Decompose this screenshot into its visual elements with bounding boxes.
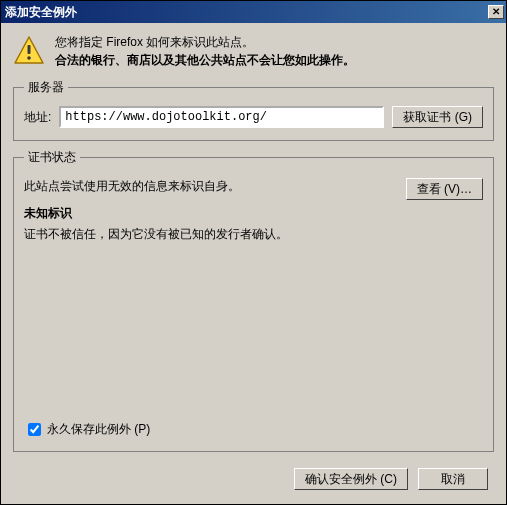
- address-input[interactable]: [59, 106, 384, 128]
- close-icon[interactable]: ✕: [488, 5, 504, 19]
- server-row: 地址: 获取证书 (G): [24, 106, 483, 128]
- warning-icon: [13, 35, 45, 67]
- cert-status-fieldset: 证书状态 查看 (V)… 此站点尝试使用无效的信息来标识自身。 未知标识 证书不…: [13, 149, 494, 452]
- dialog-window: 添加安全例外 ✕ 您将指定 Firefox 如何来标识此站点。 合法的银行、商店…: [0, 0, 507, 505]
- cancel-button[interactable]: 取消: [418, 468, 488, 490]
- view-certificate-button[interactable]: 查看 (V)…: [406, 178, 483, 200]
- window-title: 添加安全例外: [5, 4, 488, 21]
- get-certificate-button[interactable]: 获取证书 (G): [392, 106, 483, 128]
- header-text: 您将指定 Firefox 如何来标识此站点。 合法的银行、商店以及其他公共站点不…: [55, 33, 494, 69]
- dialog-content: 您将指定 Firefox 如何来标识此站点。 合法的银行、商店以及其他公共站点不…: [1, 23, 506, 504]
- permanently-store-checkbox[interactable]: [28, 423, 41, 436]
- server-fieldset: 服务器 地址: 获取证书 (G): [13, 79, 494, 141]
- confirm-exception-button[interactable]: 确认安全例外 (C): [294, 468, 408, 490]
- unknown-identity-heading: 未知标识: [24, 205, 483, 222]
- svg-point-2: [27, 56, 31, 60]
- unknown-identity-desc: 证书不被信任，因为它没有被已知的发行者确认。: [24, 226, 483, 243]
- dialog-footer: 确认安全例外 (C) 取消: [13, 460, 494, 496]
- titlebar: 添加安全例外 ✕: [1, 1, 506, 23]
- address-label: 地址:: [24, 109, 51, 126]
- svg-rect-1: [28, 45, 31, 54]
- permanently-store-label[interactable]: 永久保存此例外 (P): [47, 421, 150, 438]
- cert-status-body: 此站点尝试使用无效的信息来标识自身。 未知标识 证书不被信任，因为它没有被已知的…: [24, 176, 483, 414]
- permanently-store-row: 永久保存此例外 (P): [24, 420, 483, 439]
- server-legend: 服务器: [24, 79, 68, 96]
- cert-status-legend: 证书状态: [24, 149, 80, 166]
- header-row: 您将指定 Firefox 如何来标识此站点。 合法的银行、商店以及其他公共站点不…: [13, 33, 494, 69]
- header-line1: 您将指定 Firefox 如何来标识此站点。: [55, 33, 494, 51]
- header-line2: 合法的银行、商店以及其他公共站点不会让您如此操作。: [55, 51, 494, 69]
